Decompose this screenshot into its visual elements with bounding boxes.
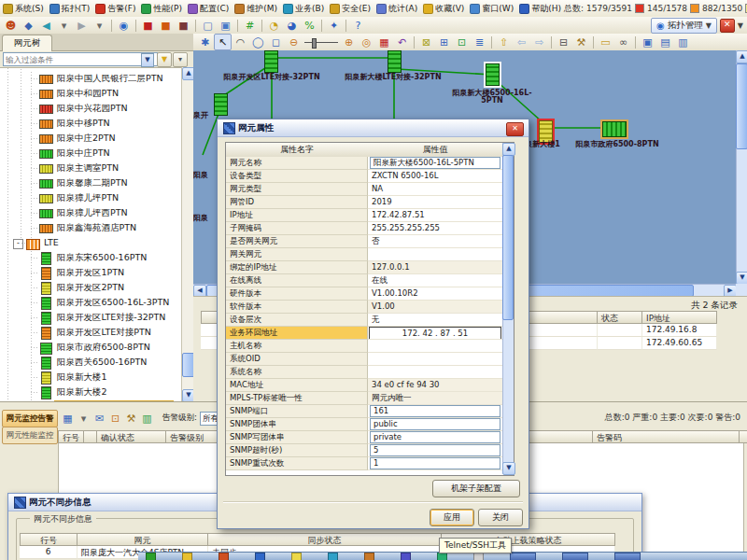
zoom-icon[interactable]: ◯ xyxy=(249,34,267,50)
taskbar-icon[interactable] xyxy=(401,553,411,560)
value-field[interactable]: private xyxy=(370,431,500,443)
tree-item-阳泉獐儿坪PTN[interactable]: 阳泉獐儿坪PTN xyxy=(0,191,181,205)
records-column-IP地址[interactable]: IP地址 xyxy=(642,311,717,324)
tree-item-阳泉中兴花园PTN[interactable]: 阳泉中兴花园PTN xyxy=(0,102,181,116)
property-row-设备层次[interactable]: 设备层次无 xyxy=(226,314,502,327)
property-row-网关网元[interactable]: 网关网元 xyxy=(226,248,502,261)
ack-icon[interactable]: ⊡ xyxy=(107,410,123,427)
export-icon[interactable]: ▦ xyxy=(60,410,76,427)
tree-item-阳泉市政府6500-8PTN[interactable]: 阳泉市政府6500-8PTN xyxy=(0,341,181,355)
topology-view-select[interactable]: ◉ 拓扑管理 ▼ xyxy=(651,18,717,34)
ne-yangquan-xindalou-6500-16l-5ptn[interactable] xyxy=(486,63,500,86)
menu-item-性能(P)[interactable]: 性能(P) xyxy=(138,3,184,15)
upload-icon[interactable]: ⇧ xyxy=(495,34,513,50)
taskbar-icon[interactable] xyxy=(218,553,229,560)
property-row-IP地址[interactable]: IP地址172.42.87.51 xyxy=(226,209,502,222)
property-row-主机名称[interactable]: 主机名称 xyxy=(226,340,502,353)
percent-icon[interactable]: % xyxy=(301,17,318,34)
tree-item-阳泉东宋6500-16PTN[interactable]: 阳泉东宋6500-16PTN xyxy=(0,251,181,265)
zoom-fit-icon[interactable]: ◎ xyxy=(358,34,375,50)
taskbar-window-button[interactable] xyxy=(510,553,536,560)
tree-item-阳泉开发区1PTN[interactable]: 阳泉开发区1PTN xyxy=(0,266,181,280)
find-icon[interactable]: ∞ xyxy=(614,34,632,50)
filter-funnel-icon[interactable]: ▼ xyxy=(157,52,172,67)
tree-item-阳泉鑫海苑酒店PTN[interactable]: 阳泉鑫海苑酒店PTN xyxy=(0,221,181,235)
menu-item-帮助(H)[interactable]: 帮助(H) xyxy=(516,3,564,15)
collapse-icon[interactable]: - xyxy=(13,239,23,249)
folder-icon[interactable]: ▭ xyxy=(597,34,614,50)
alarm-column-告警码[interactable]: 告警码 xyxy=(593,430,740,443)
menu-item-告警(F)[interactable]: 告警(F) xyxy=(92,3,138,15)
column-header-value[interactable]: 属性值 xyxy=(368,143,503,158)
tab-网元监控告警[interactable]: 网元监控告警 xyxy=(2,410,58,427)
property-row-SNMP端口[interactable]: SNMP端口161 xyxy=(226,405,502,418)
ne-yangquan-xindalou-lte-32ptn[interactable] xyxy=(388,50,402,73)
tree-item-阳泉中移PTN[interactable]: 阳泉中移PTN xyxy=(0,117,181,131)
tools-icon[interactable]: ⚒ xyxy=(123,410,139,427)
property-row-系统OID[interactable]: 系统OID xyxy=(226,353,502,366)
refresh-icon[interactable]: ▥ xyxy=(139,410,155,427)
nav-back-icon[interactable]: ⇦ xyxy=(513,34,530,50)
rack-config-button[interactable]: 机架子架配置 xyxy=(432,480,520,497)
taskbar-window-button[interactable] xyxy=(614,553,641,560)
tree-item-阳泉主调室PTN[interactable]: 阳泉主调室PTN xyxy=(0,161,181,175)
menu-item-安全(E)[interactable]: 安全(E) xyxy=(327,3,374,15)
sync-column-同步状态[interactable]: 同步状态 xyxy=(208,533,442,546)
tree-item-阳泉西关6500-16PTN[interactable]: 阳泉西关6500-16PTN xyxy=(0,356,181,370)
back-icon[interactable]: ◀ xyxy=(37,17,55,34)
property-row-网元类型[interactable]: 网元类型NA xyxy=(226,183,502,196)
map-vscroll-thumb[interactable] xyxy=(736,63,747,149)
property-row-硬件版本[interactable]: 硬件版本V1.00.10R2 xyxy=(226,287,502,301)
value-field[interactable]: 阳泉新大楼6500-16L-5PTN xyxy=(370,157,500,169)
taskbar-icon[interactable] xyxy=(182,553,192,560)
tree-item-阳泉中庄2PTN[interactable]: 阳泉中庄2PTN xyxy=(0,132,181,146)
chart-icon[interactable]: ▥ xyxy=(674,34,692,50)
menu-item-拓扑(T)[interactable]: 拓扑(T) xyxy=(47,3,93,15)
user-session-icon[interactable]: ☻ xyxy=(2,17,20,34)
property-row-SNMP超时(秒)[interactable]: SNMP超时(秒)5 xyxy=(226,444,502,457)
preview-icon[interactable]: ⊟ xyxy=(555,34,572,50)
taskbar-icon[interactable] xyxy=(255,553,265,560)
chevron-down-icon[interactable]: ▼ xyxy=(738,21,743,30)
property-row-设备类型[interactable]: 设备类型ZXCTN 6500-16L xyxy=(226,170,502,183)
tree-item-阳泉开发区6500-16L-3PTN[interactable]: 阳泉开发区6500-16L-3PTN xyxy=(0,296,181,310)
zoom-out-icon[interactable]: ⊖ xyxy=(285,34,303,50)
window-icon[interactable]: ▢ xyxy=(199,17,217,34)
tab-网元性能监控[interactable]: 网元性能监控 xyxy=(2,427,58,444)
back-dropdown-icon[interactable]: ▾ xyxy=(55,17,73,34)
property-row-MAC地址[interactable]: MAC地址34 e0 cf fe 94 30 xyxy=(226,379,502,392)
close-icon[interactable]: ✕ xyxy=(506,122,524,136)
menu-item-窗口(W)[interactable]: 窗口(W) xyxy=(467,3,516,15)
refresh-icon[interactable]: ✱ xyxy=(196,34,214,50)
property-row-MPLS-TP标签唯一性[interactable]: MPLS-TP标签唯一性网元内唯一 xyxy=(226,392,502,405)
taskbar-icon[interactable] xyxy=(437,553,447,560)
list-view-icon[interactable]: ≣ xyxy=(471,34,488,50)
frame-icon[interactable]: ▣ xyxy=(639,34,656,50)
table-icon[interactable]: ▤ xyxy=(656,34,674,50)
value-field[interactable]: 1 xyxy=(370,457,500,469)
property-row-系统名称[interactable]: 系统名称 xyxy=(226,366,502,379)
tree-item-阳泉新大楼1[interactable]: 阳泉新大楼1 xyxy=(0,371,181,385)
property-row-SNMP写团体串[interactable]: SNMP写团体串private xyxy=(226,431,502,444)
property-row-是否网关网元[interactable]: 是否网关网元否 xyxy=(226,235,502,248)
lock-icon[interactable]: ⊠ xyxy=(417,34,435,50)
alarm-column-行号[interactable]: 行号 xyxy=(58,430,84,443)
taskbar-icon[interactable] xyxy=(146,553,156,560)
property-value[interactable]: 172. 42 . 87 . 51 xyxy=(368,327,502,340)
value-field[interactable]: 5 xyxy=(370,444,500,456)
scroll-down-icon[interactable]: ▼ xyxy=(502,462,515,475)
ne-yangquan-shizhengfu-6500-8ptn[interactable] xyxy=(602,121,627,137)
taskbar-icon[interactable] xyxy=(291,553,302,560)
dialog-scroll-thumb[interactable] xyxy=(502,155,514,320)
tree-item-阳泉开发区LTE对接PTN[interactable]: 阳泉开发区LTE对接PTN xyxy=(0,326,181,340)
forward-icon[interactable]: ▶ xyxy=(73,17,91,34)
sync-column-网元[interactable]: 网元 xyxy=(78,533,208,546)
topology-link[interactable] xyxy=(221,66,268,97)
pan-icon[interactable]: ◠ xyxy=(232,34,249,50)
tree-item-阳泉馨康二期PTN[interactable]: 阳泉馨康二期PTN xyxy=(0,176,181,190)
property-row-子网掩码[interactable]: 子网掩码255.255.255.255 xyxy=(226,222,502,235)
alarm-column-blank[interactable] xyxy=(740,430,747,443)
tree-item-阳泉中和园PTN[interactable]: 阳泉中和园PTN xyxy=(0,87,181,101)
nav-forward-icon[interactable]: ⇨ xyxy=(530,34,548,50)
dialog-scrollbar[interactable]: ▲ ▼ xyxy=(502,143,514,473)
